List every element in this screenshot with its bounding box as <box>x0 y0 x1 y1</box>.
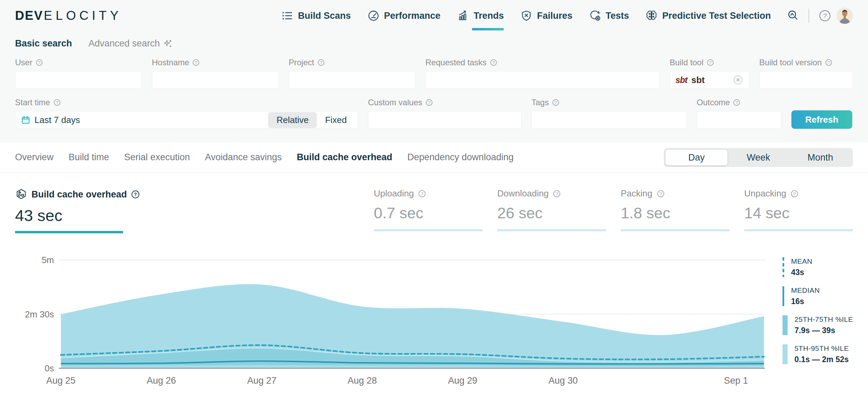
metric-unpacking[interactable]: Unpacking ? 14 sec <box>744 188 853 231</box>
svg-text:Aug 30: Aug 30 <box>549 375 578 386</box>
svg-text:?: ? <box>554 100 557 105</box>
question-circle-icon[interactable]: ? <box>733 99 740 106</box>
hostname-field-group: Hostname ? <box>152 58 279 89</box>
question-circle-icon[interactable]: ? <box>790 190 799 198</box>
svg-text:?: ? <box>492 60 495 65</box>
logo-bold: DEV <box>15 9 43 23</box>
requested-tasks-input[interactable] <box>425 71 660 89</box>
user-avatar[interactable] <box>837 8 853 24</box>
metric-value: 43 sec <box>15 206 123 225</box>
build-cache-icon <box>15 188 27 201</box>
question-circle-icon[interactable]: ? <box>317 59 325 66</box>
relative-toggle[interactable]: Relative <box>268 112 317 128</box>
svg-text:?: ? <box>823 12 827 19</box>
median-solid-swatch <box>782 286 784 306</box>
outcome-field-group: Outcome ? <box>697 98 781 129</box>
metric-downloading[interactable]: Downloading ? 26 sec <box>497 188 606 231</box>
question-circle-icon[interactable]: ? <box>418 190 426 198</box>
metric-label: Build cache overhead <box>31 189 127 200</box>
tab-build-time[interactable]: Build time <box>69 152 109 163</box>
svg-text:Aug 29: Aug 29 <box>448 375 477 386</box>
question-circle-icon[interactable]: ? <box>552 99 560 106</box>
nav-label: Performance <box>384 11 440 21</box>
granularity-month[interactable]: Month <box>789 150 851 165</box>
custom-values-input[interactable] <box>368 111 522 129</box>
custom-values-field-group: Custom values ? <box>368 98 522 129</box>
granularity-week[interactable]: Week <box>727 150 789 165</box>
nav-item-failures[interactable]: Failures <box>520 8 573 23</box>
calendar-icon <box>21 115 30 125</box>
trend-chart[interactable]: 5m2m 30s0sAug 25Aug 26Aug 27Aug 28Aug 29… <box>0 246 868 410</box>
user-input[interactable] <box>15 71 142 89</box>
tab-avoidance-savings[interactable]: Avoidance savings <box>205 152 282 163</box>
granularity-toggle: Day Week Month <box>664 148 853 167</box>
question-circle-icon[interactable]: ? <box>825 59 832 66</box>
build-tool-select[interactable]: sbt sbt <box>670 71 749 89</box>
build-scans-list-icon <box>281 10 293 22</box>
metric-packing[interactable]: Packing ? 1.8 sec <box>621 188 729 231</box>
metric-underline <box>374 229 483 231</box>
question-circle-icon[interactable]: ? <box>425 99 433 106</box>
build-tool-field-group: Build tool ? sbt sbt <box>670 58 749 89</box>
metric-value: 1.8 sec <box>621 204 729 222</box>
brain-icon <box>645 10 658 22</box>
svg-text:?: ? <box>556 191 558 196</box>
help-icon[interactable]: ? <box>818 9 832 23</box>
tab-build-cache-overhead[interactable]: Build cache overhead <box>297 152 392 163</box>
question-circle-icon[interactable]: ? <box>657 190 665 198</box>
granularity-day[interactable]: Day <box>666 150 727 165</box>
sbt-logo-icon: sbt <box>675 75 687 85</box>
legend-mean: MEAN 43s <box>782 257 853 277</box>
question-circle-icon[interactable]: ? <box>131 190 140 199</box>
advanced-search-tab[interactable]: Advanced search <box>89 38 172 49</box>
question-circle-icon[interactable]: ? <box>192 59 200 66</box>
nav-right-cluster: ? <box>787 8 853 24</box>
svg-text:Sep 1: Sep 1 <box>724 375 748 386</box>
fixed-toggle[interactable]: Fixed <box>317 112 355 128</box>
active-nav-underline <box>472 28 504 30</box>
hostname-input[interactable] <box>152 71 279 89</box>
svg-text:?: ? <box>793 191 795 196</box>
mean-dashed-swatch <box>782 257 784 277</box>
basic-search-tab[interactable]: Basic search <box>15 38 72 49</box>
tab-dependency-downloading[interactable]: Dependency downloading <box>407 152 514 163</box>
question-circle-icon[interactable]: ? <box>36 59 43 66</box>
metric-value: 26 sec <box>497 204 606 222</box>
question-circle-icon[interactable]: ? <box>490 59 497 66</box>
question-circle-icon[interactable]: ? <box>553 190 561 198</box>
clear-build-tool-icon[interactable] <box>733 74 744 85</box>
nav-item-build-scans[interactable]: Build Scans <box>281 8 351 23</box>
develocity-logo[interactable]: DEVELOCITY <box>15 9 122 23</box>
nav-item-predictive-test-selection[interactable]: Predictive Test Selection <box>645 8 771 23</box>
legend-median: MEDIAN 16s <box>782 286 853 306</box>
metric-uploading[interactable]: Uploading ? 0.7 sec <box>374 188 483 231</box>
metric-build-cache-overhead[interactable]: Build cache overhead ? 43 sec <box>15 188 123 233</box>
nav-item-trends[interactable]: Trends <box>457 8 504 23</box>
build-tool-version-input[interactable] <box>759 71 853 89</box>
secondary-metrics: Uploading ? 0.7 sec Downloading ? 26 sec… <box>374 188 853 231</box>
question-circle-icon[interactable]: ? <box>707 59 714 66</box>
svg-text:Aug 27: Aug 27 <box>247 375 277 386</box>
svg-text:Aug 28: Aug 28 <box>347 375 377 386</box>
build-tool-version-field-group: Build tool version ? <box>759 58 853 89</box>
nav-label: Build Scans <box>298 11 351 21</box>
question-circle-icon[interactable]: ? <box>53 99 61 106</box>
tab-serial-execution[interactable]: Serial execution <box>124 152 190 163</box>
outcome-input[interactable] <box>697 111 781 129</box>
chart-legend: MEAN 43s MEDIAN 16s 25TH-75TH %ILE 7.9s … <box>782 257 853 364</box>
search-mode-row: Basic search Advanced search <box>0 31 868 49</box>
refresh-button[interactable]: Refresh <box>791 110 852 129</box>
project-input[interactable] <box>289 71 416 89</box>
tab-overview[interactable]: Overview <box>15 152 54 163</box>
metric-value: 0.7 sec <box>374 204 483 222</box>
svg-text:?: ? <box>320 60 322 65</box>
svg-text:?: ? <box>421 191 423 196</box>
p5-p95-band-swatch <box>782 344 788 364</box>
tags-input[interactable] <box>531 111 687 129</box>
start-time-picker[interactable]: Last 7 days Relative Fixed <box>15 111 358 129</box>
svg-text:?: ? <box>428 100 430 105</box>
nav-item-tests[interactable]: Tests <box>589 8 629 23</box>
nav-item-performance[interactable]: Performance <box>367 8 440 23</box>
search-icon[interactable] <box>787 9 800 22</box>
p25-p75-band-swatch <box>782 315 788 335</box>
